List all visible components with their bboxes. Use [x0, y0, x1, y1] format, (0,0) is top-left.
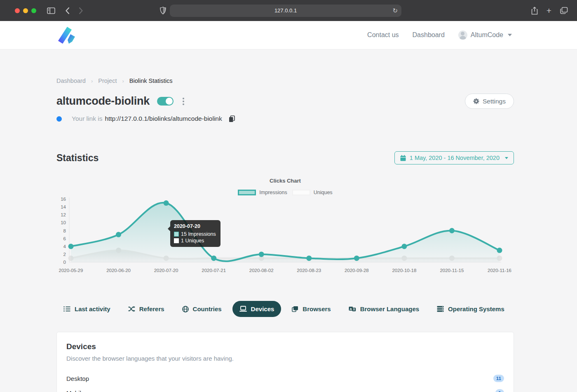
chart-title: Clicks Chart — [56, 178, 514, 184]
status-dot — [56, 116, 62, 122]
translate-icon: A — [349, 306, 356, 312]
user-menu[interactable]: AltumCode — [458, 31, 512, 40]
tab-overview-icon[interactable] — [560, 7, 568, 14]
back-icon[interactable] — [65, 7, 70, 14]
svg-text:0: 0 — [63, 260, 66, 265]
legend-item-impressions[interactable]: Impressions — [238, 190, 287, 195]
chart-legend: Impressions Uniques — [56, 190, 514, 195]
tab-operating-systems[interactable]: Operating Systems — [430, 301, 511, 317]
device-row-desktop: Desktop 11 — [66, 372, 504, 385]
tooltip-impressions-swatch — [174, 232, 179, 237]
devices-card-title: Devices — [66, 342, 504, 351]
svg-text:2020-07-21: 2020-07-21 — [202, 268, 226, 273]
enabled-toggle[interactable] — [157, 97, 174, 106]
server-stack-icon — [437, 306, 444, 312]
chevron-right-icon: › — [122, 78, 124, 84]
shield-icon[interactable] — [160, 7, 166, 14]
tab-browsers[interactable]: Browsers — [285, 301, 338, 317]
laptop-icon — [239, 306, 247, 312]
address-bar[interactable]: 127.0.0.1 ↻ — [170, 5, 401, 17]
svg-text:2: 2 — [63, 252, 66, 257]
link-label: Your link is — [72, 115, 102, 122]
copy-icon[interactable] — [229, 115, 235, 122]
breadcrumb: Dashboard › Project › Biolink Statistics — [56, 77, 514, 84]
chevron-down-icon — [508, 34, 512, 36]
svg-text:2020-10-18: 2020-10-18 — [392, 268, 416, 273]
calendar-icon — [400, 155, 406, 161]
globe-icon — [182, 306, 189, 312]
svg-text:8: 8 — [63, 228, 66, 233]
chart-plot-area[interactable]: 02468101214162020-05-292020-06-202020-07… — [56, 197, 514, 279]
breadcrumb-current: Biolink Statistics — [129, 77, 173, 84]
tab-countries[interactable]: Countries — [175, 301, 229, 317]
svg-text:12: 12 — [61, 212, 66, 217]
page-title: altumcode-biolink — [56, 95, 150, 108]
breadcrumb-dashboard[interactable]: Dashboard — [56, 77, 86, 84]
mobile-count-badge: 1 — [495, 389, 504, 392]
site-header: Contact us Dashboard AltumCode — [0, 21, 577, 49]
tab-devices[interactable]: Devices — [232, 301, 281, 317]
svg-text:6: 6 — [63, 236, 66, 241]
window-controls — [15, 8, 36, 13]
url-text: 127.0.0.1 — [274, 7, 297, 14]
legend-item-uniques[interactable]: Uniques — [292, 190, 333, 195]
svg-text:2020-07-20: 2020-07-20 — [154, 268, 178, 273]
breadcrumb-project[interactable]: Project — [98, 77, 117, 84]
chart-tooltip: 2020-07-20 15 Impressions 1 Uniques — [170, 220, 220, 247]
nav-dashboard[interactable]: Dashboard — [413, 31, 445, 39]
browser-chrome: 127.0.0.1 ↻ + — [0, 0, 577, 21]
close-window-button[interactable] — [15, 8, 20, 13]
svg-text:A: A — [349, 307, 352, 311]
tab-browser-languages[interactable]: A Browser Languages — [342, 301, 426, 317]
svg-text:2020-08-02: 2020-08-02 — [249, 268, 274, 273]
tooltip-uniques-swatch — [174, 238, 179, 243]
statistics-tabs: Last activity Referers Countries Devices… — [56, 301, 514, 317]
chevron-right-icon: › — [91, 78, 93, 84]
svg-text:16: 16 — [61, 197, 66, 202]
forward-icon[interactable] — [79, 7, 83, 14]
settings-button[interactable]: Settings — [465, 94, 514, 109]
avatar — [458, 31, 467, 40]
share-icon[interactable] — [531, 7, 538, 15]
nav-contact-us[interactable]: Contact us — [367, 31, 399, 39]
impressions-swatch — [238, 190, 256, 195]
svg-text:14: 14 — [61, 204, 66, 209]
date-range-picker[interactable]: 1 May, 2020 - 16 November, 2020 — [394, 151, 514, 164]
gear-icon — [473, 98, 479, 104]
altumcode-logo[interactable] — [56, 25, 77, 45]
svg-text:2020-08-23: 2020-08-23 — [297, 268, 321, 273]
chevron-down-icon — [505, 157, 508, 159]
biolink-url[interactable]: http://127.0.0.1/biolinks/altumcode-biol… — [105, 115, 222, 122]
statistics-heading: Statistics — [56, 153, 99, 164]
device-row-mobile: Mobile 1 — [66, 386, 504, 392]
list-icon — [63, 306, 70, 312]
devices-card: Devices Discover the browser languages t… — [56, 332, 514, 392]
tab-last-activity[interactable]: Last activity — [56, 301, 117, 317]
clicks-chart-svg: 02468101214162020-05-292020-06-202020-07… — [56, 197, 514, 279]
toggle-knob — [166, 98, 173, 105]
svg-text:2020-06-20: 2020-06-20 — [106, 268, 131, 273]
devices-card-subtitle: Discover the browser languages that your… — [66, 355, 504, 362]
zoom-window-button[interactable] — [31, 8, 36, 13]
sidebar-icon[interactable] — [47, 7, 55, 14]
reload-icon[interactable]: ↻ — [392, 7, 398, 14]
svg-text:2020-05-29: 2020-05-29 — [59, 268, 83, 273]
user-name: AltumCode — [471, 31, 503, 39]
svg-text:2020-09-28: 2020-09-28 — [345, 268, 369, 273]
minimize-window-button[interactable] — [23, 8, 28, 13]
uniques-swatch — [292, 190, 310, 195]
svg-text:4: 4 — [63, 244, 66, 249]
tab-referers[interactable]: Referers — [121, 301, 171, 317]
settings-label: Settings — [483, 98, 506, 105]
more-options-icon[interactable] — [181, 97, 186, 106]
svg-text:10: 10 — [61, 220, 66, 225]
new-tab-icon[interactable]: + — [547, 6, 551, 15]
desktop-count-badge: 11 — [493, 375, 504, 382]
clicks-chart: Clicks Chart Impressions Uniques 0246810… — [56, 178, 514, 279]
date-range-label: 1 May, 2020 - 16 November, 2020 — [410, 155, 500, 161]
browser-window-icon — [292, 306, 298, 312]
shuffle-icon — [128, 306, 135, 312]
svg-text:2020-11-16: 2020-11-16 — [488, 268, 511, 273]
svg-text:2020-11-15: 2020-11-15 — [440, 268, 464, 273]
